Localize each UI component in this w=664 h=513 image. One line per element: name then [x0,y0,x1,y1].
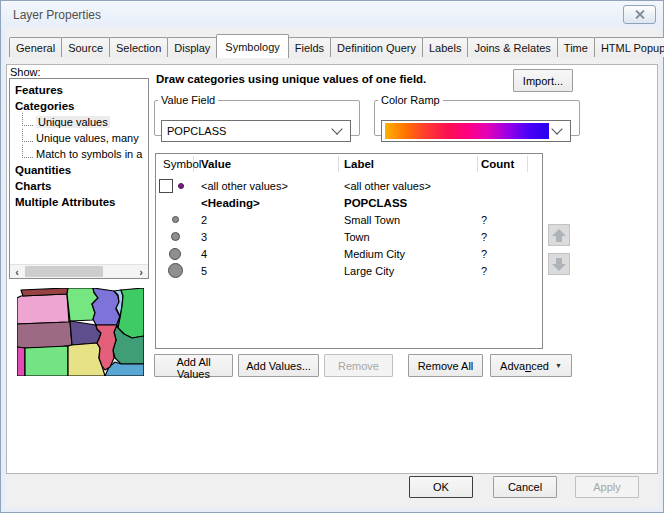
titlebar[interactable]: Layer Properties [1,1,663,28]
table-rows: <all other values> <all other values> <H… [156,174,542,279]
close-icon [634,9,645,20]
color-ramp-label: Color Ramp [378,94,443,106]
tree-item-charts[interactable]: Charts [10,178,148,194]
ok-button[interactable]: OK [409,476,473,498]
scrollbar-thumb[interactable] [25,266,103,277]
table-row-heading[interactable]: <Heading> POPCLASS [156,194,542,211]
point-symbol-swatch[interactable] [171,232,180,241]
show-label: Show: [10,66,41,78]
table-row[interactable]: 4 Medium City ? [156,245,542,262]
move-down-button[interactable] [548,253,570,275]
tree-horizontal-scrollbar[interactable]: ‹ › [10,264,148,278]
arrow-up-icon [552,229,566,242]
scroll-left-icon[interactable]: ‹ [10,265,24,278]
tree-connector [22,145,33,158]
tab-html-popup[interactable]: HTML Popup [594,37,664,57]
tab-general[interactable]: General [9,37,62,57]
scroll-right-icon[interactable]: › [134,265,148,278]
tree-connector [22,113,33,126]
table-header: Symbol Value Label Count [156,154,542,174]
apply-button[interactable]: Apply [575,476,639,498]
symbology-tab-panel: Show: Features Categories Unique values … [6,64,658,474]
table-row[interactable]: 5 Large City ? [156,262,542,279]
tree-connector [22,129,33,142]
tree-item-features[interactable]: Features [10,79,148,98]
column-header-label: Label [339,156,478,172]
unique-values-table: Symbol Value Label Count <all other valu… [155,153,543,349]
dialog-body: General Source Selection Display Symbolo… [5,28,659,508]
import-button[interactable]: Import... [513,69,573,92]
column-header-count: Count [478,156,528,172]
tab-joins-relates[interactable]: Joins & Relates [467,37,557,57]
add-all-values-button[interactable]: Add All Values [154,354,233,377]
point-symbol-swatch[interactable] [168,263,183,278]
move-up-button[interactable] [548,224,570,246]
layer-properties-dialog: Layer Properties General Source Selectio… [0,0,664,513]
close-button[interactable] [623,5,656,24]
tab-definition-query[interactable]: Definition Query [330,37,423,57]
window-title: Layer Properties [13,8,623,22]
advanced-button-label: Advanced [500,360,549,372]
tab-fields[interactable]: Fields [288,37,331,57]
add-values-button[interactable]: Add Values... [238,354,319,377]
color-ramp-dropdown[interactable] [381,120,571,142]
remove-all-button[interactable]: Remove All [408,354,483,377]
point-symbol-swatch[interactable] [178,183,184,189]
tree-item-multiple-attributes[interactable]: Multiple Attributes [10,194,148,210]
panel-description: Draw categories using unique values of o… [156,73,426,85]
value-field-dropdown[interactable]: POPCLASS [161,120,351,142]
show-tree: Features Categories Unique values Unique… [9,78,149,279]
point-symbol-swatch[interactable] [172,216,179,223]
color-ramp-swatch [385,123,549,139]
all-other-values-checkbox[interactable] [159,179,173,193]
tab-source[interactable]: Source [61,37,110,57]
tab-labels[interactable]: Labels [422,37,468,57]
cancel-button[interactable]: Cancel [493,476,557,498]
table-row[interactable]: 2 Small Town ? [156,211,542,228]
color-ramp-group: Color Ramp [374,94,580,136]
remove-button[interactable]: Remove [324,354,393,377]
value-field-label: Value Field [158,94,218,106]
tab-display[interactable]: Display [167,37,217,57]
tab-time[interactable]: Time [557,37,595,57]
value-field-selected: POPCLASS [162,125,333,137]
column-header-symbol: Symbol [156,156,194,172]
map-preview [17,288,144,376]
chevron-down-icon [551,123,562,134]
dropdown-arrow-icon: ▼ [555,362,562,369]
value-field-group: Value Field POPCLASS [154,94,360,136]
tree-item-quantities[interactable]: Quantities [10,162,148,178]
column-header-value: Value [194,156,339,172]
table-row[interactable]: 3 Town ? [156,228,542,245]
chevron-down-icon [331,123,342,134]
arrow-down-icon [552,258,566,271]
table-row[interactable]: <all other values> <all other values> [156,177,542,194]
tab-selection[interactable]: Selection [109,37,168,57]
tree-item-match-to-symbols[interactable]: Match to symbols in a [10,146,148,162]
advanced-button[interactable]: Advanced ▼ [490,354,572,377]
point-symbol-swatch[interactable] [169,248,181,260]
tab-symbology[interactable]: Symbology [216,34,288,58]
tab-bar: General Source Selection Display Symbolo… [9,34,664,57]
